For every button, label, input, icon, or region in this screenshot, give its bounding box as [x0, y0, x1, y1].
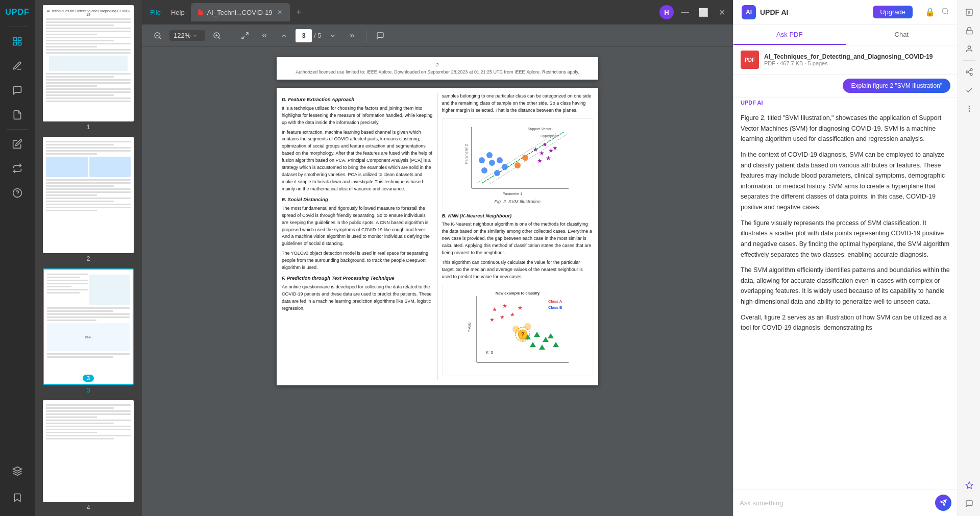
svg-point-30: [502, 164, 508, 170]
user-avatar[interactable]: H: [659, 5, 674, 19]
right-ocr-btn[interactable]: [961, 4, 977, 20]
svg-point-28: [497, 157, 503, 163]
updf-logo[interactable]: UPDF: [0, 0, 35, 24]
nav-down-btn[interactable]: [325, 28, 340, 43]
section-f-text1: An online questionnaire is developed for…: [282, 284, 433, 312]
col2-text3: This algorithm can continuously calculat…: [442, 259, 594, 281]
thumbnail-image-3: KNN 3: [43, 268, 134, 385]
page-license-text: Authorized licensed use limited to: IEEE…: [287, 69, 588, 75]
zoom-display[interactable]: 122%: [169, 30, 205, 41]
tab-chat[interactable]: Chat: [846, 24, 958, 45]
svg-text:Parameter 2: Parameter 2: [464, 144, 468, 164]
thumbnail-number-3: 3: [87, 387, 90, 394]
svg-point-25: [481, 167, 487, 174]
tab-add-btn[interactable]: +: [292, 5, 306, 19]
explain-btn-wrap: Explain figure 2 "SVM Illustration": [733, 75, 958, 97]
svg-text:★: ★: [500, 314, 505, 320]
window-max-btn[interactable]: ⬜: [696, 5, 710, 19]
svg-marker-82: [966, 482, 972, 488]
window-close-btn[interactable]: ✕: [715, 5, 729, 19]
fit-page-btn[interactable]: [237, 28, 253, 43]
page-nav: / 5: [296, 29, 321, 42]
right-lock-btn[interactable]: [961, 22, 977, 39]
svg-point-29: [494, 170, 500, 176]
right-check-btn[interactable]: [961, 82, 977, 99]
menu-help[interactable]: Help: [167, 9, 189, 16]
ai-search-top-icon[interactable]: [941, 7, 949, 17]
nav-first-btn[interactable]: [257, 28, 272, 43]
svg-text:★: ★: [537, 157, 543, 164]
sidebar-divider-1: [7, 27, 28, 27]
nav-up-btn[interactable]: [276, 28, 291, 43]
file-details: AI_Techniques_for_Detecting_and_Diagnosi…: [764, 53, 950, 66]
svg-point-26: [489, 160, 495, 166]
thumbnail-item-2[interactable]: 2: [39, 137, 138, 262]
svg-rect-0: [14, 38, 17, 41]
right-sign-btn[interactable]: [961, 41, 977, 57]
chat-send-btn[interactable]: [935, 495, 951, 511]
thumbnail-item-4[interactable]: 4: [39, 400, 138, 511]
sidebar-pen-btn[interactable]: [6, 55, 29, 77]
svg-text:★: ★: [510, 311, 515, 317]
window-min-btn[interactable]: —: [678, 5, 692, 19]
section-b-title: B. KNN (K-Nearest Neighbour): [442, 212, 594, 220]
pdf-viewer[interactable]: 2 Authorized licensed use limited to: IE…: [142, 47, 733, 516]
svg-text:★: ★: [502, 303, 507, 309]
page-current-input[interactable]: [296, 29, 312, 42]
sidebar-bookmark-btn[interactable]: [6, 486, 29, 509]
toolbar: 122% / 5: [142, 24, 733, 47]
comment-btn[interactable]: [373, 28, 388, 43]
page-total: / 5: [314, 32, 321, 39]
ai-response-area[interactable]: Figure 2, titled "SVM Illustration," sho…: [733, 106, 958, 489]
menu-file[interactable]: File: [146, 9, 165, 16]
svg-point-73: [968, 46, 970, 48]
ai-panel: AI UPDF AI Upgrade 🔒 Ask PDF Chat PDF AI…: [733, 0, 958, 516]
sidebar-comment-btn[interactable]: [6, 79, 29, 102]
section-e-text1: The most fundamental and rigorously foll…: [282, 205, 433, 248]
zoom-out-btn[interactable]: [150, 28, 165, 43]
svg-point-62: [524, 323, 531, 330]
svg-marker-59: [553, 342, 559, 347]
sidebar-pages-btn[interactable]: [6, 104, 29, 126]
sidebar-convert-btn[interactable]: [6, 157, 29, 180]
thumbnail-item-3[interactable]: KNN 3 3: [39, 268, 138, 394]
chat-input[interactable]: [740, 499, 931, 507]
sidebar-thumbnails-btn[interactable]: [6, 30, 29, 53]
tab-ask-pdf[interactable]: Ask PDF: [733, 24, 846, 45]
svg-line-78: [968, 70, 970, 71]
file-type-icon: PDF: [741, 51, 759, 69]
response-p5: Overall, figure 2 serves as an illustrat…: [741, 312, 950, 333]
upgrade-button[interactable]: Upgrade: [873, 6, 913, 18]
sidebar-divider-2: [7, 129, 28, 130]
svg-line-11: [218, 37, 220, 39]
svg-text:K=3: K=3: [486, 350, 493, 355]
svg-text:★: ★: [518, 305, 523, 311]
top-right-icons: H — ⬜ ✕: [659, 5, 729, 19]
svg-point-31: [479, 157, 485, 163]
section-e-title: E. Social Distancing: [282, 196, 433, 204]
response-p3: The figure visually represents the proce…: [741, 218, 950, 260]
explain-figure-button[interactable]: Explain figure 2 "SVM Illustration": [843, 79, 950, 93]
right-share-btn[interactable]: [961, 64, 977, 80]
ai-label: UPDF AI: [733, 97, 958, 106]
sidebar-ai-btn[interactable]: [6, 182, 29, 204]
section-e-text2: The YOLOv3 object detection model is use…: [282, 250, 433, 272]
sidebar-layers-btn[interactable]: [6, 460, 29, 482]
section-d-text2: In feature extraction, machine learning …: [282, 129, 433, 193]
right-ai-sparkle-btn[interactable]: [961, 477, 977, 494]
svg-rect-3: [18, 42, 21, 45]
sidebar-fill-btn[interactable]: [6, 133, 29, 155]
pdf-page-header-strip: 2 Authorized licensed use limited to: IE…: [277, 57, 598, 80]
thumbnail-item-1[interactable]: AI Techniques for Detecting and Diagnosi…: [39, 5, 138, 131]
right-comment-side-btn[interactable]: [961, 496, 977, 512]
file-info: PDF AI_Techniques_for_Detecting_and_Diag…: [733, 45, 958, 75]
section-f-title: F. Prediction through Text Processing Te…: [282, 275, 433, 282]
nav-last-btn[interactable]: [345, 28, 360, 43]
tab-close-btn[interactable]: ✕: [276, 8, 284, 16]
zoom-in-btn[interactable]: [209, 28, 225, 43]
ai-lock-icon[interactable]: 🔒: [925, 7, 935, 17]
ai-panel-title: UPDF AI: [760, 8, 788, 16]
pdf-tab[interactable]: AI_Techni...COVID-19 ✕: [191, 3, 290, 21]
right-dots-btn[interactable]: [961, 101, 977, 117]
right-strip: [958, 0, 980, 516]
